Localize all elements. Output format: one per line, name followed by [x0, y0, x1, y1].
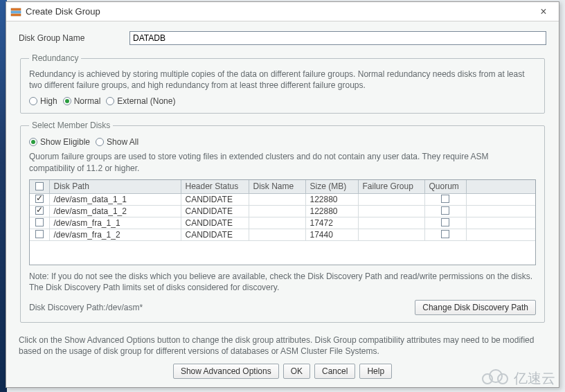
- row-checkbox[interactable]: [35, 218, 44, 226]
- quorum-checkbox[interactable]: [441, 206, 449, 215]
- radio-icon: [106, 97, 114, 105]
- radio-show-all[interactable]: Show All: [96, 137, 138, 147]
- redundancy-description: Redundancy is achieved by storing multip…: [29, 69, 536, 91]
- cell-disk-path: /dev/asm_fra_1_1: [49, 217, 181, 229]
- help-button[interactable]: Help: [359, 364, 392, 379]
- redundancy-legend: Redundancy: [29, 53, 81, 63]
- radio-icon: [63, 97, 71, 105]
- radio-show-eligible-label: Show Eligible: [40, 137, 90, 147]
- disk-group-name-label: Disk Group Name: [19, 33, 129, 43]
- disk-group-name-row: Disk Group Name: [19, 31, 546, 45]
- radio-icon: [96, 138, 104, 146]
- discovery-path-label: Disk Discovery Path:: [29, 303, 106, 312]
- svg-rect-1: [11, 11, 21, 13]
- create-disk-group-dialog: Create Disk Group × Disk Group Name Redu…: [6, 1, 559, 388]
- header-failure-group[interactable]: Failure Group: [358, 180, 424, 194]
- cell-disk-name: [249, 229, 305, 240]
- header-header-status[interactable]: Header Status: [181, 180, 249, 194]
- close-button[interactable]: ×: [532, 5, 555, 19]
- quorum-checkbox[interactable]: [441, 218, 449, 226]
- discovery-path-value: /dev/asm*: [106, 303, 143, 312]
- cell-header-status: CANDIDATE: [181, 205, 249, 217]
- cell-disk-path: /dev/asm_data_1_2: [49, 205, 181, 217]
- header-select-all[interactable]: [30, 180, 49, 194]
- titlebar: Create Disk Group ×: [6, 2, 559, 21]
- cell-failure-group: [358, 217, 424, 229]
- disks-table-container: Disk Path Header Status Disk Name Size (…: [29, 179, 536, 265]
- discovery-note: Note: If you do not see the disks which …: [29, 271, 536, 293]
- cell-failure-group: [358, 205, 424, 217]
- cell-spacer: [466, 193, 535, 205]
- quorum-checkbox[interactable]: [441, 195, 449, 203]
- header-quorum[interactable]: Quorum: [424, 180, 466, 194]
- header-disk-path[interactable]: Disk Path: [49, 180, 181, 194]
- radio-external[interactable]: External (None): [106, 96, 175, 106]
- svg-rect-0: [11, 8, 21, 10]
- cell-size: 17472: [305, 217, 358, 229]
- table-row[interactable]: /dev/asm_fra_1_1CANDIDATE17472: [30, 217, 535, 229]
- quorum-note: Quorum failure groups are used to store …: [29, 151, 536, 173]
- cell-spacer: [466, 229, 535, 240]
- footer-note: Click on the Show Advanced Options butto…: [6, 335, 559, 357]
- row-checkbox[interactable]: [35, 195, 44, 203]
- cell-disk-name: [249, 205, 305, 217]
- table-row[interactable]: /dev/asm_data_1_2CANDIDATE122880: [30, 205, 535, 217]
- table-header-row: Disk Path Header Status Disk Name Size (…: [30, 180, 535, 194]
- radio-icon: [29, 138, 37, 146]
- cell-disk-path: /dev/asm_data_1_1: [49, 193, 181, 205]
- cell-spacer: [466, 205, 535, 217]
- cell-size: 122880: [305, 193, 358, 205]
- redundancy-group: Redundancy Redundancy is achieved by sto…: [20, 53, 545, 114]
- change-discovery-path-button[interactable]: Change Disk Discovery Path: [415, 300, 536, 315]
- radio-normal-label: Normal: [74, 96, 101, 106]
- cell-failure-group: [358, 229, 424, 240]
- radio-show-eligible[interactable]: Show Eligible: [29, 137, 90, 147]
- cell-disk-path: /dev/asm_fra_1_2: [49, 229, 181, 240]
- checkbox-icon: [35, 182, 44, 190]
- row-checkbox[interactable]: [35, 206, 44, 215]
- cell-disk-name: [249, 193, 305, 205]
- app-icon: [10, 6, 21, 17]
- cell-header-status: CANDIDATE: [181, 217, 249, 229]
- table-row[interactable]: /dev/asm_data_1_1CANDIDATE122880: [30, 193, 535, 205]
- cell-spacer: [466, 217, 535, 229]
- header-size[interactable]: Size (MB): [305, 180, 358, 194]
- window-title: Create Disk Group: [26, 6, 532, 17]
- cell-size: 122880: [305, 205, 358, 217]
- cancel-button[interactable]: Cancel: [314, 364, 355, 379]
- table-row[interactable]: /dev/asm_fra_1_2CANDIDATE17440: [30, 229, 535, 240]
- cell-header-status: CANDIDATE: [181, 193, 249, 205]
- radio-external-label: External (None): [117, 96, 175, 106]
- row-checkbox[interactable]: [35, 230, 44, 238]
- header-spacer: [466, 180, 535, 194]
- radio-high-label: High: [40, 96, 57, 106]
- radio-high[interactable]: High: [29, 96, 57, 106]
- quorum-checkbox[interactable]: [441, 230, 449, 238]
- cell-size: 17440: [305, 229, 358, 240]
- radio-normal[interactable]: Normal: [63, 96, 101, 106]
- header-disk-name[interactable]: Disk Name: [249, 180, 305, 194]
- ok-button[interactable]: OK: [283, 364, 310, 379]
- disks-table: Disk Path Header Status Disk Name Size (…: [30, 180, 535, 241]
- svg-rect-2: [11, 14, 21, 16]
- close-icon: ×: [540, 6, 546, 18]
- button-bar: Show Advanced Options OK Cancel Help: [6, 357, 559, 387]
- member-disks-group: Select Member Disks Show Eligible Show A…: [20, 121, 545, 323]
- show-advanced-options-button[interactable]: Show Advanced Options: [173, 364, 279, 379]
- member-disks-legend: Select Member Disks: [29, 121, 113, 130]
- discovery-path-text: Disk Discovery Path:/dev/asm*: [29, 303, 415, 312]
- cell-disk-name: [249, 217, 305, 229]
- cell-failure-group: [358, 193, 424, 205]
- cell-header-status: CANDIDATE: [181, 229, 249, 240]
- radio-icon: [29, 97, 37, 105]
- radio-show-all-label: Show All: [107, 137, 138, 147]
- disk-group-name-input[interactable]: [129, 31, 546, 45]
